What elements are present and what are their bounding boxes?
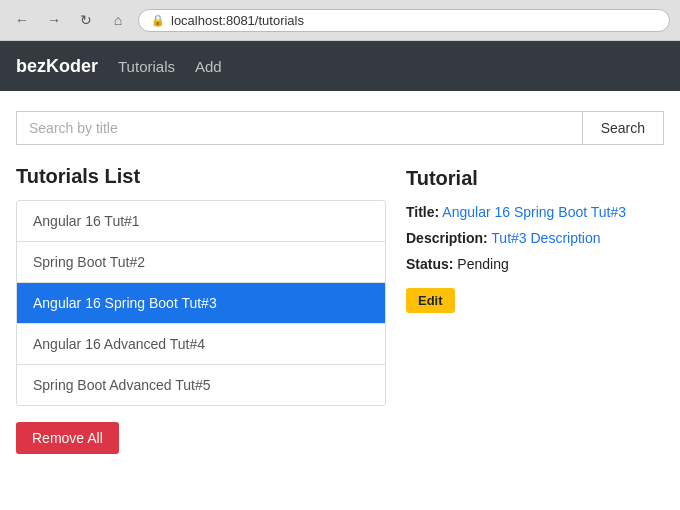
url-text: localhost:8081/tutorials [171,13,304,28]
detail-status-value: Pending [457,256,508,272]
left-column: Tutorials List Angular 16 Tut#1 Spring B… [16,165,386,454]
tutorial-item-2[interactable]: Spring Boot Tut#2 [17,242,385,283]
search-bar: Search [16,111,664,145]
tutorial-list: Angular 16 Tut#1 Spring Boot Tut#2 Angul… [16,200,386,406]
detail-title-row: Title: Angular 16 Spring Boot Tut#3 [406,204,664,220]
lock-icon: 🔒 [151,14,165,27]
list-section-title: Tutorials List [16,165,386,188]
forward-button[interactable]: → [42,8,66,32]
detail-title-label: Title: [406,204,439,220]
app-brand: bezKoder [16,56,98,77]
nav-add[interactable]: Add [195,58,222,75]
tutorial-item-4[interactable]: Angular 16 Advanced Tut#4 [17,324,385,365]
detail-title-value: Angular 16 Spring Boot Tut#3 [442,204,626,220]
detail-status-row: Status: Pending [406,256,664,272]
nav-tutorials[interactable]: Tutorials [118,58,175,75]
remove-all-button[interactable]: Remove All [16,422,119,454]
detail-description-row: Description: Tut#3 Description [406,230,664,246]
detail-section-title: Tutorial [406,167,664,190]
search-button[interactable]: Search [582,111,664,145]
edit-button[interactable]: Edit [406,288,455,313]
reload-button[interactable]: ↻ [74,8,98,32]
tutorial-item-1[interactable]: Angular 16 Tut#1 [17,201,385,242]
right-column: Tutorial Title: Angular 16 Spring Boot T… [406,165,664,454]
detail-description-value: Tut#3 Description [491,230,600,246]
two-column-layout: Tutorials List Angular 16 Tut#1 Spring B… [16,165,664,454]
detail-status-label: Status: [406,256,453,272]
browser-chrome: ← → ↻ ⌂ 🔒 localhost:8081/tutorials [0,0,680,41]
main-content: Search Tutorials List Angular 16 Tut#1 S… [0,91,680,474]
tutorial-item-3[interactable]: Angular 16 Spring Boot Tut#3 [17,283,385,324]
home-button[interactable]: ⌂ [106,8,130,32]
address-bar[interactable]: 🔒 localhost:8081/tutorials [138,9,670,32]
detail-description-label: Description: [406,230,488,246]
back-button[interactable]: ← [10,8,34,32]
search-input[interactable] [16,111,582,145]
tutorial-item-5[interactable]: Spring Boot Advanced Tut#5 [17,365,385,405]
app-navbar: bezKoder Tutorials Add [0,41,680,91]
